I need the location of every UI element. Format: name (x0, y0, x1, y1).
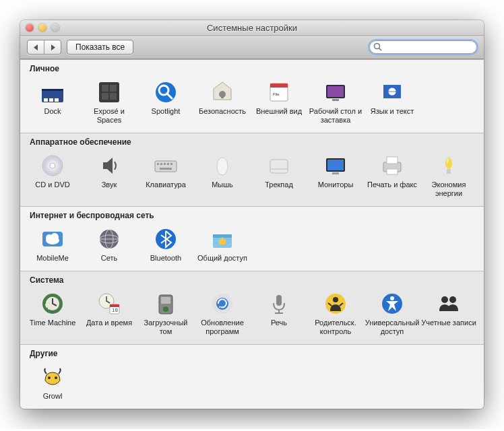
pref-trackpad[interactable]: Трекпад (251, 150, 307, 201)
pref-datetime[interactable]: 18 Дата и время (81, 288, 137, 339)
back-icon (33, 44, 39, 51)
svg-point-72 (333, 297, 338, 302)
energy-icon (435, 152, 462, 179)
pref-parental[interactable]: Родительск. контроль (307, 288, 364, 339)
section-hardware: Аппаратное обеспечение CD и DVD Звук Кла… (20, 133, 484, 206)
svg-text:File: File (273, 92, 280, 96)
datetime-icon: 18 (96, 290, 123, 317)
pref-security[interactable]: Безопасность (194, 76, 251, 127)
pref-print[interactable]: Печать и факс (364, 150, 420, 201)
pref-sharing[interactable]: Общий доступ (194, 223, 251, 265)
pref-desktop[interactable]: Рабочий стол и заставка (307, 76, 364, 127)
pref-energy[interactable]: Экономия энергии (420, 150, 477, 201)
pref-bluetooth[interactable]: Bluetooth (137, 223, 194, 265)
parental-icon (322, 290, 349, 317)
pref-label: Печать и факс (365, 180, 420, 189)
svg-point-78 (449, 296, 456, 303)
search-field-wrap (369, 40, 477, 54)
pref-language[interactable]: Язык и текст (364, 76, 420, 127)
svg-rect-6 (42, 89, 63, 91)
svg-rect-9 (110, 85, 117, 92)
svg-rect-5 (55, 98, 59, 102)
close-button[interactable] (26, 24, 34, 32)
section-system: Система Time Machine 18 Дата и время Заг… (20, 271, 484, 344)
pref-growl[interactable]: Growl (24, 361, 81, 403)
show-all-button[interactable]: Показать все (67, 40, 133, 55)
minimize-button[interactable] (38, 24, 46, 32)
pref-label: Речь (251, 319, 307, 327)
svg-point-65 (163, 306, 168, 312)
svg-rect-34 (170, 163, 172, 165)
pref-accounts[interactable]: Учетные записи (420, 288, 477, 339)
svg-line-1 (379, 48, 382, 51)
search-input[interactable] (369, 40, 477, 54)
pref-label: Клавиатура (138, 180, 193, 189)
cddvd-icon (39, 152, 66, 179)
expose-icon (96, 79, 123, 106)
svg-rect-21 (327, 86, 344, 97)
toolbar: Показать все (20, 36, 484, 59)
svg-rect-11 (110, 93, 117, 100)
pref-spotlight[interactable]: Spotlight (137, 76, 194, 127)
pref-label: Spotlight (138, 107, 193, 116)
accessibility-icon (379, 290, 406, 317)
back-button[interactable] (28, 40, 44, 54)
forward-button[interactable] (44, 40, 61, 54)
pref-accessibility[interactable]: Универсальный доступ (364, 288, 420, 339)
svg-rect-41 (332, 172, 339, 174)
pref-label: Общий доступ (195, 254, 250, 263)
sound-icon (96, 152, 123, 179)
grid-personal: Dock Exposé и Spaces Spotlight Безопасно… (20, 75, 484, 133)
svg-point-79 (48, 376, 51, 379)
svg-point-77 (441, 296, 448, 303)
pref-cddvd[interactable]: CD и DVD (24, 150, 81, 201)
svg-rect-33 (167, 163, 169, 165)
pref-mouse[interactable]: Мышь (194, 150, 251, 201)
pref-label: Dock (25, 107, 80, 116)
security-icon (209, 79, 236, 106)
accounts-icon (435, 290, 462, 317)
section-title: Другие (20, 345, 484, 360)
svg-text:18: 18 (112, 307, 118, 313)
keyboard-icon (152, 152, 179, 179)
pref-speech[interactable]: Речь (251, 288, 307, 339)
pref-label: Звук (82, 180, 137, 189)
pref-timemachine[interactable]: Time Machine (24, 288, 81, 339)
pref-dock[interactable]: Dock (24, 76, 81, 127)
nav-segment (27, 40, 61, 55)
svg-rect-45 (447, 169, 451, 174)
pref-network[interactable]: Сеть (81, 223, 137, 265)
svg-point-49 (51, 233, 59, 241)
pref-keyboard[interactable]: Клавиатура (137, 150, 194, 201)
svg-rect-68 (276, 295, 282, 306)
timemachine-icon (39, 290, 66, 317)
section-personal: Личное Dock Exposé и Spaces Spotlight (20, 59, 484, 133)
pref-label: Универсальный доступ (365, 319, 420, 336)
forward-icon (50, 44, 56, 51)
pref-mobileme[interactable]: MobileMe (24, 223, 81, 265)
pref-sound[interactable]: Звук (81, 150, 137, 201)
system-preferences-window: Системные настройки Показать все Личное (20, 20, 484, 409)
svg-point-28 (50, 163, 55, 168)
pref-label: MobileMe (25, 254, 80, 263)
svg-rect-18 (270, 84, 288, 88)
zoom-button[interactable] (51, 24, 59, 32)
pref-startup[interactable]: Загрузочный том (137, 288, 194, 339)
svg-rect-35 (160, 168, 172, 170)
svg-rect-10 (102, 93, 108, 100)
titlebar[interactable]: Системные настройки (20, 20, 484, 36)
mouse-icon (209, 152, 236, 179)
update-icon (209, 290, 236, 317)
pref-label: CD и DVD (25, 180, 80, 189)
pref-expose[interactable]: Exposé и Spaces (81, 76, 137, 127)
pref-label: Язык и текст (365, 107, 420, 116)
pref-update[interactable]: Обновление программ (194, 288, 251, 339)
pref-appearance[interactable]: File Внешний вид (251, 76, 307, 127)
trackpad-icon (265, 152, 292, 179)
svg-rect-44 (387, 169, 398, 174)
pref-label: Обновление программ (195, 319, 250, 336)
traffic-lights (20, 24, 59, 32)
pref-displays[interactable]: Мониторы (307, 150, 364, 201)
print-icon (379, 152, 406, 179)
grid-hardware: CD и DVD Звук Клавиатура Мышь (20, 148, 484, 206)
